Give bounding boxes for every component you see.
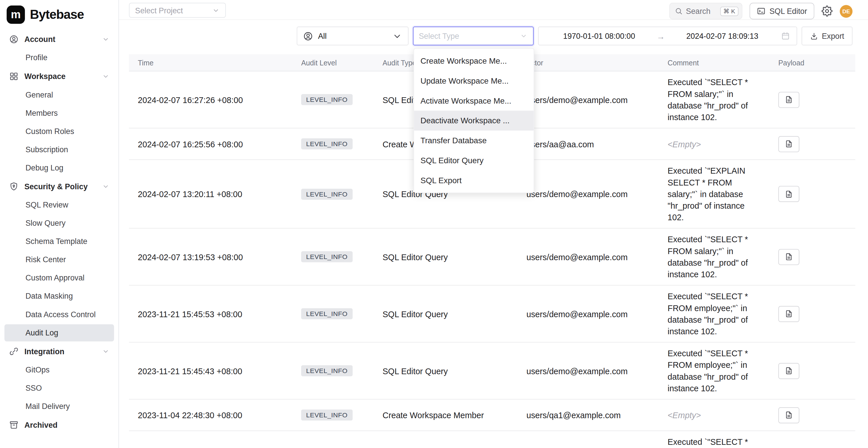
type-option-sql-export[interactable]: SQL Export	[414, 170, 533, 190]
sidebar-item-sql-review[interactable]: SQL Review	[4, 196, 114, 214]
user-filter-select[interactable]: All	[297, 27, 408, 45]
payload-button[interactable]	[778, 91, 799, 107]
cell-audit-type: SQL Editor Query	[374, 343, 518, 399]
table-row: 2023-11-04 21:26:34 +08:00 LEVEL_INFO SQ…	[129, 431, 855, 448]
sidebar-item-subscription[interactable]: Subscription	[4, 141, 114, 158]
sidebar-section-label: Integration	[24, 347, 96, 356]
sidebar-item-label: Archived	[24, 420, 110, 430]
cell-time: 2024-02-07 13:19:53 +08:00	[129, 229, 292, 285]
sidebar-item-gitops[interactable]: GitOps	[4, 361, 114, 379]
type-option-create-workspace-me[interactable]: Create Workspace Me...	[414, 51, 533, 71]
sidebar-item-slow-query[interactable]: Slow Query	[4, 215, 114, 232]
topbar: Select Project Search ⌘ K SQL Editor DE	[119, 0, 868, 20]
cell-payload	[770, 343, 855, 399]
payload-button[interactable]	[778, 186, 799, 202]
type-option-update-workspace-me[interactable]: Update Workspace Me...	[414, 71, 533, 91]
sql-editor-label: SQL Editor	[770, 7, 807, 15]
integration-icon	[9, 346, 19, 356]
cell-payload	[770, 399, 855, 430]
sidebar-item-sso[interactable]: SSO	[4, 380, 114, 397]
level-badge: LEVEL_INFO	[301, 188, 352, 199]
level-badge: LEVEL_INFO	[301, 308, 352, 319]
sidebar-section-security-policy[interactable]: Security & Policy	[4, 178, 114, 195]
sql-editor-button[interactable]: SQL Editor	[750, 3, 814, 20]
arrow-right-icon: →	[653, 31, 668, 41]
cell-payload	[770, 160, 855, 228]
file-icon	[784, 411, 793, 420]
sidebar-section-integration[interactable]: Integration	[4, 343, 114, 360]
type-option-sql-editor-query[interactable]: SQL Editor Query	[414, 151, 533, 170]
sidebar-item-debug-log[interactable]: Debug Log	[4, 159, 114, 177]
sidebar-section-workspace[interactable]: Workspace	[4, 67, 114, 85]
sidebar-item-mail-delivery[interactable]: Mail Delivery	[4, 398, 114, 415]
file-icon	[784, 309, 793, 318]
type-option-transfer-database[interactable]: Transfer Database	[414, 130, 533, 151]
date-range-picker[interactable]: 1970-01-01 08:00:00 → 2024-02-07 18:09:1…	[538, 27, 797, 45]
cell-audit-level: LEVEL_INFO	[292, 160, 374, 228]
sidebar-item-profile[interactable]: Profile	[4, 49, 114, 66]
chevron-down-icon	[212, 6, 220, 14]
main-content: Select Project Search ⌘ K SQL Editor DE	[119, 0, 868, 448]
archive-icon	[9, 420, 19, 430]
user-circle-icon	[303, 31, 313, 41]
sidebar-item-members[interactable]: Members	[4, 104, 114, 122]
table-row: 2023-11-21 15:45:53 +08:00 LEVEL_INFO SQ…	[129, 286, 855, 343]
type-option-deactivate-workspace[interactable]: Deactivate Workspace ...	[414, 110, 533, 130]
chevron-down-icon	[102, 72, 110, 80]
cell-payload	[770, 128, 855, 159]
cell-comment: Executed `"SELECT * FROM employee;"` in …	[659, 286, 769, 342]
cell-audit-type: SQL Editor Query	[374, 229, 518, 285]
project-select[interactable]: Select Project	[129, 3, 226, 18]
avatar[interactable]: DE	[840, 5, 852, 18]
user-filter-value: All	[318, 32, 387, 40]
column-header-audit-level: Audit Level	[292, 54, 374, 71]
cell-actor: users/demo@example.com	[518, 343, 659, 399]
sidebar-item-data-access-control[interactable]: Data Access Control	[4, 306, 114, 323]
security-icon	[9, 182, 19, 191]
sidebar-item-general[interactable]: General	[4, 86, 114, 103]
sidebar-section-label: Account	[24, 35, 96, 44]
column-header-actor: Actor	[518, 54, 659, 71]
cell-actor: users/aa@aa.com	[518, 128, 659, 159]
cell-audit-level: LEVEL_INFO	[292, 399, 374, 430]
sidebar-item-data-masking[interactable]: Data Masking	[4, 288, 114, 305]
cell-actor: users/demo@example.com	[518, 431, 659, 448]
column-header-comment: Comment	[659, 54, 769, 71]
cell-payload	[770, 71, 855, 128]
audit-type-select[interactable]: Select Type Create Workspace Me...Update…	[412, 27, 533, 45]
level-badge: LEVEL_INFO	[301, 138, 352, 149]
type-select-placeholder: Select Type	[418, 32, 519, 40]
sidebar-item-risk-center[interactable]: Risk Center	[4, 251, 114, 268]
level-badge: LEVEL_INFO	[301, 410, 352, 420]
sidebar: m Bytebase Account Profile Workspace Gen…	[0, 0, 119, 448]
sidebar-item-custom-roles[interactable]: Custom Roles	[4, 123, 114, 140]
audit-type-menu: Create Workspace Me...Update Workspace M…	[413, 48, 534, 193]
search-input[interactable]: Search ⌘ K	[670, 3, 742, 20]
terminal-icon	[757, 7, 766, 15]
sidebar-item-audit-log[interactable]: Audit Log	[4, 324, 114, 341]
cell-time: 2023-11-21 15:45:53 +08:00	[129, 286, 292, 342]
table-row: 2023-11-21 15:45:43 +08:00 LEVEL_INFO SQ…	[129, 343, 855, 400]
cell-payload	[770, 431, 855, 448]
type-option-activate-workspace-me[interactable]: Activate Workspace Me...	[414, 91, 533, 111]
payload-button[interactable]	[778, 306, 799, 322]
export-button[interactable]: Export	[801, 27, 852, 45]
cell-actor: users/demo@example.com	[518, 229, 659, 285]
level-badge: LEVEL_INFO	[301, 251, 352, 262]
sidebar-item-schema-template[interactable]: Schema Template	[4, 233, 114, 250]
payload-button[interactable]	[778, 363, 799, 379]
sidebar-section-account[interactable]: Account	[4, 30, 114, 48]
topbar-right: Search ⌘ K SQL Editor DE	[670, 3, 852, 20]
cell-comment: <Empty>	[659, 133, 769, 155]
logo[interactable]: m Bytebase	[4, 4, 114, 29]
payload-button[interactable]	[778, 249, 799, 264]
sidebar-item-custom-approval[interactable]: Custom Approval	[4, 269, 114, 287]
account-icon	[9, 34, 19, 44]
gear-icon[interactable]	[822, 5, 832, 17]
sidebar-item-archived[interactable]: Archived	[4, 416, 114, 434]
workspace-icon	[9, 71, 19, 81]
cell-comment: <Empty>	[659, 404, 769, 426]
calendar-icon	[781, 32, 790, 40]
payload-button[interactable]	[778, 407, 799, 423]
payload-button[interactable]	[778, 136, 799, 152]
